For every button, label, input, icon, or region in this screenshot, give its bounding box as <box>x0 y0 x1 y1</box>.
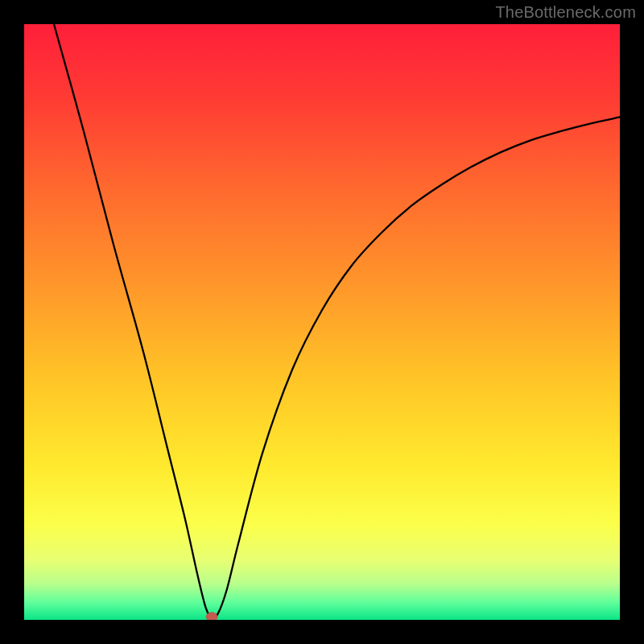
watermark-text: TheBottleneck.com <box>495 3 636 22</box>
plot-area <box>24 24 620 620</box>
gradient-background <box>24 24 620 620</box>
chart-svg <box>24 24 620 620</box>
optimum-marker <box>206 613 217 620</box>
chart-frame: TheBottleneck.com <box>0 0 644 644</box>
